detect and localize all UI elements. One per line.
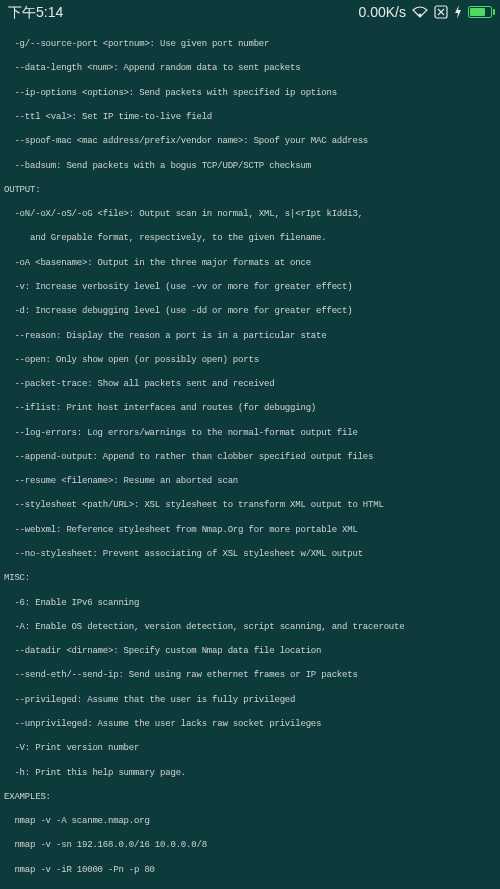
close-box-icon	[434, 5, 448, 19]
output-line: --open: Only show open (or possibly open…	[4, 354, 496, 366]
bolt-icon	[454, 5, 462, 19]
misc-line: -6: Enable IPv6 scanning	[4, 597, 496, 609]
battery-icon	[468, 6, 492, 18]
wifi-icon	[412, 6, 428, 18]
example-line: nmap -v -sn 192.168.0.0/16 10.0.0.0/8	[4, 839, 496, 851]
net-speed: 0.00K/s	[359, 3, 406, 22]
example-line: nmap -v -A scanme.nmap.org	[4, 815, 496, 827]
output-line: -oN/-oX/-oS/-oG <file>: Output scan in n…	[4, 208, 496, 220]
help-line: --data-length <num>: Append random data …	[4, 62, 496, 74]
help-line: --ttl <val>: Set IP time-to-live field	[4, 111, 496, 123]
android-status-bar: 下午5:14 0.00K/s	[0, 0, 500, 24]
svg-point-0	[419, 13, 422, 16]
output-line: --resume <filename>: Resume an aborted s…	[4, 475, 496, 487]
terminal-output[interactable]: -g/--source-port <portnum>: Use given po…	[0, 24, 500, 889]
output-line: --packet-trace: Show all packets sent an…	[4, 378, 496, 390]
misc-line: -V: Print version number	[4, 742, 496, 754]
status-time: 下午5:14	[8, 3, 63, 22]
misc-header: MISC:	[4, 572, 496, 584]
help-line: -g/--source-port <portnum>: Use given po…	[4, 38, 496, 50]
misc-line: --unprivileged: Assume the user lacks ra…	[4, 718, 496, 730]
help-line: --badsum: Send packets with a bogus TCP/…	[4, 160, 496, 172]
misc-line: --send-eth/--send-ip: Send using raw eth…	[4, 669, 496, 681]
examples-header: EXAMPLES:	[4, 791, 496, 803]
output-line: --append-output: Append to rather than c…	[4, 451, 496, 463]
example-line: nmap -v -iR 10000 -Pn -p 80	[4, 864, 496, 876]
help-line: --ip-options <options>: Send packets wit…	[4, 87, 496, 99]
misc-line: --datadir <dirname>: Specify custom Nmap…	[4, 645, 496, 657]
help-line: --spoof-mac <mac address/prefix/vendor n…	[4, 135, 496, 147]
status-right: 0.00K/s	[359, 3, 492, 22]
output-line: --no-stylesheet: Prevent associating of …	[4, 548, 496, 560]
output-line: -oA <basename>: Output in the three majo…	[4, 257, 496, 269]
output-header: OUTPUT:	[4, 184, 496, 196]
output-line: --stylesheet <path/URL>: XSL stylesheet …	[4, 499, 496, 511]
output-line: and Grepable format, respectively, to th…	[4, 232, 496, 244]
output-line: --webxml: Reference stylesheet from Nmap…	[4, 524, 496, 536]
output-line: --log-errors: Log errors/warnings to the…	[4, 427, 496, 439]
output-line: --reason: Display the reason a port is i…	[4, 330, 496, 342]
output-line: --iflist: Print host interfaces and rout…	[4, 402, 496, 414]
misc-line: --privileged: Assume that the user is fu…	[4, 694, 496, 706]
output-line: -d: Increase debugging level (use -dd or…	[4, 305, 496, 317]
misc-line: -A: Enable OS detection, version detecti…	[4, 621, 496, 633]
output-line: -v: Increase verbosity level (use -vv or…	[4, 281, 496, 293]
misc-line: -h: Print this help summary page.	[4, 767, 496, 779]
